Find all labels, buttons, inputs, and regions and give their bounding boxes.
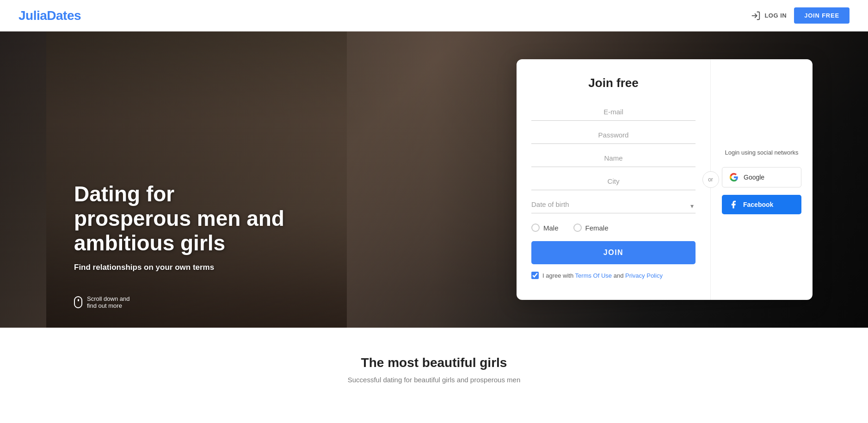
hero-section: Dating for prosperous men and ambitious … [0, 31, 868, 328]
name-input[interactable] [531, 149, 696, 167]
email-input[interactable] [531, 103, 696, 121]
join-button[interactable]: JOIN [531, 241, 696, 264]
dob-select[interactable]: Date of birth [531, 196, 696, 213]
mouse-icon [74, 296, 82, 308]
gender-female-radio[interactable] [573, 224, 582, 232]
header: JuliaDates LOG IN JOIN FREE [0, 0, 868, 31]
social-panel: Login using social networks Google [711, 59, 813, 300]
terms-checkbox[interactable] [531, 272, 539, 279]
hero-content: Dating for prosperous men and ambitious … [74, 182, 296, 272]
login-button[interactable]: LOG IN [751, 11, 787, 21]
terms-row: I agree with Terms Of Use and Privacy Po… [531, 272, 696, 279]
login-icon [751, 11, 761, 21]
password-input[interactable] [531, 126, 696, 144]
gender-female-label: Female [585, 224, 609, 232]
join-form-card: Join free Date of birth ▾ [517, 59, 813, 300]
facebook-login-button[interactable]: Facebook [722, 195, 801, 214]
terms-of-use-link[interactable]: Terms Of Use [575, 272, 612, 279]
google-icon [729, 172, 739, 182]
social-title: Login using social networks [722, 149, 801, 156]
form-divider: or [710, 59, 711, 300]
hero-title: Dating for prosperous men and ambitious … [74, 182, 296, 255]
header-right: LOG IN JOIN FREE [751, 7, 850, 24]
google-label: Google [744, 174, 764, 181]
gender-row: Male Female [531, 224, 696, 232]
gender-male-option[interactable]: Male [531, 224, 559, 232]
facebook-label: Facebook [743, 201, 773, 208]
below-title: The most beautiful girls [18, 355, 850, 370]
or-label: or [702, 171, 719, 188]
scroll-hint: Scroll down andfind out more [74, 295, 130, 309]
dob-group: Date of birth ▾ [531, 196, 696, 216]
gender-female-option[interactable]: Female [573, 224, 609, 232]
password-group [531, 126, 696, 147]
below-subtitle: Successful dating for beautiful girls an… [18, 376, 850, 384]
gender-male-radio[interactable] [531, 224, 540, 232]
facebook-icon [728, 199, 739, 210]
city-input[interactable] [531, 173, 696, 190]
logo: JuliaDates [18, 8, 81, 23]
join-free-header-button[interactable]: JOIN FREE [794, 7, 850, 24]
name-group [531, 149, 696, 170]
privacy-policy-link[interactable]: Privacy Policy [625, 272, 663, 279]
below-hero-section: The most beautiful girls Successful dati… [0, 328, 868, 411]
login-label: LOG IN [764, 12, 787, 19]
form-title: Join free [531, 76, 696, 90]
google-login-button[interactable]: Google [722, 167, 801, 187]
email-group [531, 103, 696, 124]
scroll-hint-text: Scroll down andfind out more [87, 295, 130, 309]
hero-subtitle: Find relationships on your own terms [74, 263, 296, 272]
gender-male-label: Male [543, 224, 559, 232]
form-left-panel: Join free Date of birth ▾ [517, 59, 710, 300]
terms-text: I agree with Terms Of Use and Privacy Po… [542, 272, 663, 279]
city-group [531, 173, 696, 193]
